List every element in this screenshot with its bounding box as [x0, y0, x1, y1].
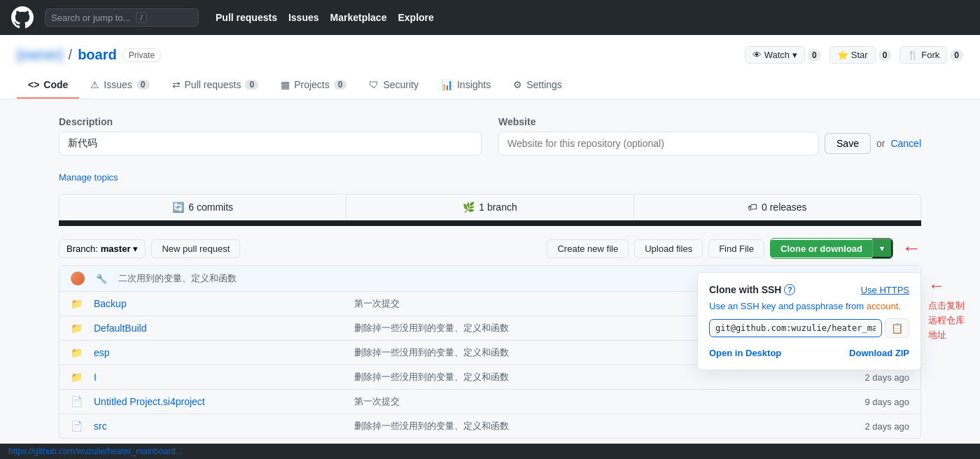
create-new-file-button[interactable]: Create new file — [547, 239, 629, 258]
clone-header: Clone with SSH ? Use HTTPS — [709, 284, 909, 295]
branch-selector[interactable]: Branch: master ▾ — [59, 239, 146, 258]
branches-stat[interactable]: 🌿 1 branch — [346, 195, 634, 220]
pr-count: 0 — [245, 80, 258, 90]
branch-prefix: Branch: — [66, 243, 98, 254]
clone-or-download-button[interactable]: Clone or download ▾ — [770, 238, 893, 259]
folder-icon: 📁 — [71, 347, 83, 358]
fork-button[interactable]: 🍴 Fork — [899, 46, 947, 64]
watch-count: 0 — [808, 49, 821, 62]
settings-icon: ⚙ — [513, 79, 522, 90]
website-column: Website Save or Cancel — [498, 116, 921, 155]
file-commit: 删除掉一些没用到的变量、定义和函数 — [354, 420, 853, 432]
nav-pull-requests[interactable]: Pull requests — [216, 12, 277, 23]
manage-topics-link[interactable]: Manage topics — [59, 172, 921, 183]
cancel-link[interactable]: Cancel — [890, 138, 921, 149]
tab-issues[interactable]: ⚠ Issues 0 — [79, 72, 160, 99]
clone-title-text: Clone with SSH — [709, 284, 781, 295]
file-icon: 📄 — [71, 396, 83, 407]
clone-actions: Open in Desktop Download ZIP — [709, 348, 909, 358]
issues-count: 0 — [136, 80, 150, 90]
repo-private-badge: Private — [122, 48, 161, 62]
eye-icon: 👁 — [752, 50, 762, 60]
download-zip-link[interactable]: Download ZIP — [849, 348, 909, 358]
save-button[interactable]: Save — [825, 133, 871, 154]
code-icon: <> — [28, 79, 39, 90]
pr-icon: ⇄ — [172, 79, 181, 90]
status-bar: https://github.com/wuzulie/heater_mainbo… — [0, 444, 980, 456]
repo-name[interactable]: board — [78, 47, 117, 63]
status-url: https://github.com/wuzulie/heater_mainbo… — [8, 446, 183, 456]
fork-count: 0 — [950, 49, 963, 62]
insights-icon: 📊 — [441, 79, 453, 90]
file-name[interactable]: Untitled Project.si4project — [94, 396, 343, 407]
file-name[interactable]: DefaultBuild — [94, 323, 343, 334]
star-label: Star — [851, 50, 868, 60]
tab-security[interactable]: 🛡 Security — [358, 72, 430, 99]
nav-explore[interactable]: Explore — [398, 12, 433, 23]
tab-insights[interactable]: 📊 Insights — [430, 72, 502, 99]
star-icon: ⭐ — [837, 50, 848, 60]
tab-settings[interactable]: ⚙ Settings — [502, 72, 573, 99]
repo-actions: 👁 Watch ▾ 0 ⭐ Star 0 🍴 Fork 0 — [745, 46, 963, 64]
folder-icon: 📁 — [71, 298, 83, 309]
clone-dropdown: Clone with SSH ? Use HTTPS Use an SSH ke… — [697, 272, 921, 370]
star-button[interactable]: ⭐ Star — [830, 46, 876, 64]
annotation-arrow: ← — [928, 276, 945, 295]
branch-icon: 🌿 — [463, 202, 475, 213]
help-icon[interactable]: ? — [784, 284, 795, 295]
tab-pull-requests[interactable]: ⇄ Pull requests 0 — [161, 72, 270, 99]
folder-icon: 📁 — [71, 372, 83, 383]
star-count: 0 — [878, 49, 892, 62]
branch-name: master — [101, 243, 131, 254]
projects-count: 0 — [334, 80, 347, 90]
branches-label: 1 branch — [479, 202, 517, 213]
commit-icon: 🔧 — [96, 274, 107, 284]
tab-projects-label: Projects — [294, 79, 330, 90]
clone-dropdown-arrow[interactable]: ▾ — [872, 239, 892, 258]
copy-url-button[interactable]: 📋 — [885, 318, 909, 338]
website-row: Save or Cancel — [498, 132, 921, 155]
tab-security-label: Security — [383, 79, 419, 90]
releases-label: 0 releases — [762, 202, 807, 213]
tab-projects[interactable]: ▦ Projects 0 — [270, 72, 358, 99]
tab-issues-label: Issues — [104, 79, 132, 90]
website-input[interactable] — [498, 132, 819, 155]
tab-code[interactable]: <> Code — [17, 72, 79, 99]
clone-url-input[interactable] — [709, 319, 882, 337]
language-bar — [59, 220, 921, 226]
clone-description: Use an SSH key and passphrase from accou… — [709, 301, 909, 311]
stats-bar: 🔄 6 commits 🌿 1 branch 🏷 0 releases — [59, 194, 921, 220]
fork-icon: 🍴 — [907, 50, 918, 60]
use-https-link[interactable]: Use HTTPS — [861, 285, 909, 295]
nav-marketplace[interactable]: Marketplace — [330, 12, 387, 23]
clone-title: Clone with SSH ? — [709, 284, 795, 295]
annotation-text: ← 点击复制远程仓库地址 — [928, 272, 980, 343]
file-name[interactable]: esp — [94, 347, 343, 358]
issues-icon: ⚠ — [90, 79, 99, 90]
new-pull-request-button[interactable]: New pull request — [151, 239, 240, 258]
file-name[interactable]: Backup — [94, 298, 343, 309]
folder-icon: 📁 — [71, 323, 83, 334]
description-column: Description — [59, 116, 482, 155]
open-in-desktop-link[interactable]: Open in Desktop — [709, 348, 781, 358]
watch-button[interactable]: 👁 Watch ▾ — [745, 46, 805, 64]
main-content: Description Website Save or Cancel Manag… — [42, 99, 938, 456]
description-label: Description — [59, 116, 482, 127]
description-input[interactable] — [59, 132, 482, 155]
find-file-button[interactable]: Find File — [708, 239, 764, 258]
clone-main-button[interactable]: Clone or download — [771, 240, 872, 257]
tag-icon: 🏷 — [748, 202, 757, 213]
watch-arrow: ▾ — [792, 50, 797, 60]
repo-owner[interactable]: [owner] — [17, 47, 63, 63]
commits-stat[interactable]: 🔄 6 commits — [59, 195, 346, 220]
watch-label: Watch — [764, 50, 790, 60]
nav-issues[interactable]: Issues — [288, 12, 319, 23]
search-bar[interactable]: Search or jump to... / — [45, 8, 199, 27]
file-name[interactable]: src — [94, 421, 343, 432]
file-name[interactable]: I — [94, 372, 343, 383]
upload-files-button[interactable]: Upload files — [634, 239, 703, 258]
file-icon: 📄 — [71, 421, 83, 432]
website-label: Website — [498, 116, 921, 127]
releases-stat[interactable]: 🏷 0 releases — [634, 195, 920, 220]
file-toolbar: Branch: master ▾ New pull request Create… — [59, 237, 921, 260]
